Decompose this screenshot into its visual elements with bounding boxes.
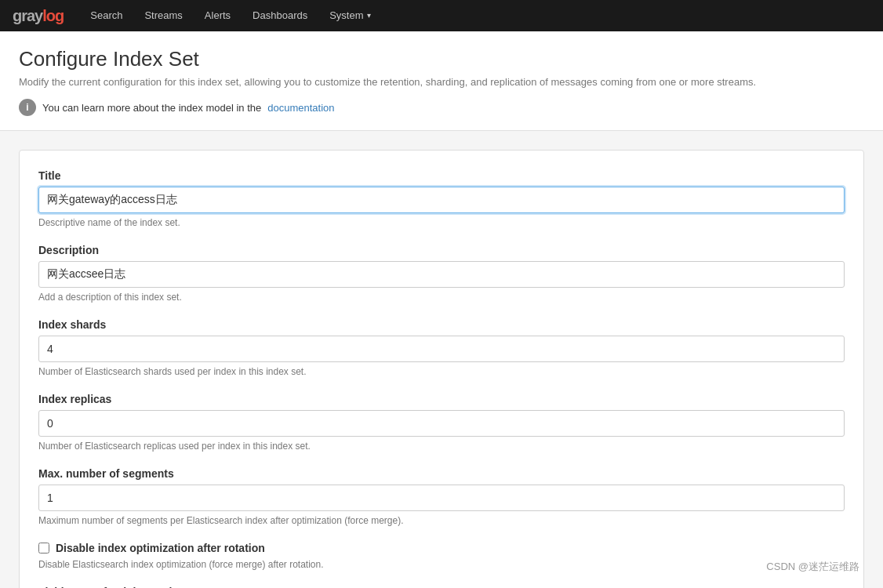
segments-help: Maximum number of segments per Elasticse… (38, 515, 845, 526)
replicas-help: Number of Elasticsearch replicas used pe… (38, 441, 845, 452)
nav-search-label: Search (90, 0, 122, 31)
title-help: Descriptive name of the index set. (38, 217, 845, 228)
shards-input[interactable] (38, 336, 845, 362)
system-caret-icon: ▾ (367, 0, 371, 31)
info-icon: i (19, 99, 36, 116)
nav-dashboards[interactable]: Dashboards (242, 0, 318, 31)
description-help: Add a description of this index set. (38, 292, 845, 303)
brand-log-text: log (42, 7, 64, 25)
disable-opt-label[interactable]: Disable index optimization after rotatio… (56, 542, 265, 554)
shards-group: Index shards Number of Elasticsearch sha… (38, 318, 845, 377)
form-section: Title Descriptive name of the index set.… (19, 150, 864, 588)
main-content: Title Descriptive name of the index set.… (0, 131, 883, 588)
disable-opt-row: Disable index optimization after rotatio… (38, 542, 845, 554)
description-label: Description (38, 244, 845, 256)
nav-alerts[interactable]: Alerts (194, 0, 242, 31)
page-header: Configure Index Set Modify the current c… (0, 31, 883, 131)
description-group: Description Add a description of this in… (38, 244, 845, 303)
shards-label: Index shards (38, 318, 845, 331)
nav-system[interactable]: System ▾ (318, 0, 381, 31)
info-text: You can learn more about the index model… (42, 102, 261, 114)
title-label: Title (38, 169, 845, 182)
page-title: Configure Index Set (19, 47, 864, 71)
page-subtitle: Modify the current configuration for thi… (19, 76, 864, 88)
nav-streams-label: Streams (144, 0, 182, 31)
nav-alerts-label: Alerts (205, 0, 231, 31)
nav-search[interactable]: Search (79, 0, 133, 31)
title-input[interactable] (38, 187, 845, 213)
doc-link[interactable]: documentation (267, 102, 334, 114)
replicas-group: Index replicas Number of Elasticsearch r… (38, 393, 845, 452)
nav-dashboards-label: Dashboards (253, 0, 307, 31)
nav-streams[interactable]: Streams (133, 0, 193, 31)
brand-gray-text: gray (13, 7, 42, 25)
disable-opt-help: Disable Elasticsearch index optimization… (38, 559, 845, 570)
segments-input[interactable] (38, 485, 845, 511)
segments-label: Max. number of segments (38, 467, 845, 480)
disable-opt-group: Disable index optimization after rotatio… (38, 542, 845, 570)
replicas-input[interactable] (38, 410, 845, 437)
watermark: CSDN @迷茫运维路 (766, 560, 859, 574)
nav-system-label: System (329, 0, 363, 31)
replicas-label: Index replicas (38, 393, 845, 405)
info-box: i You can learn more about the index mod… (19, 99, 864, 116)
shards-help: Number of Elasticsearch shards used per … (38, 366, 845, 377)
title-group: Title Descriptive name of the index set. (38, 169, 845, 228)
description-input[interactable] (38, 261, 845, 288)
segments-group: Max. number of segments Maximum number o… (38, 467, 845, 526)
navbar: graylog Search Streams Alerts Dashboards… (0, 0, 883, 31)
disable-opt-checkbox[interactable] (38, 543, 49, 554)
brand-logo[interactable]: graylog (13, 7, 64, 25)
